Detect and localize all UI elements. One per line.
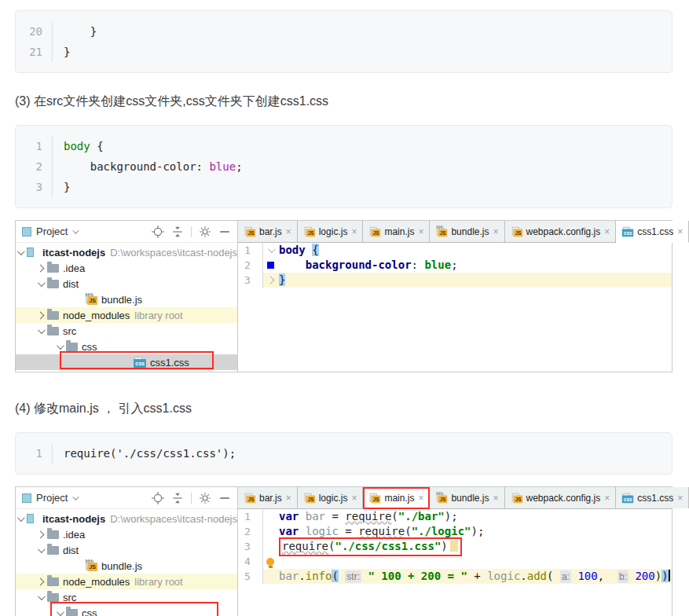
js101-file-icon: 101JS [85, 294, 97, 305]
project-panel-title[interactable]: Project [36, 492, 68, 504]
editor-line-number: 3 [238, 539, 263, 554]
editor-tab-main.js[interactable]: JSmain.js× [363, 487, 430, 509]
tab-label: css1.css [637, 226, 673, 237]
chevron-down-icon[interactable] [73, 493, 79, 500]
collapse-all-icon[interactable] [171, 226, 184, 238]
fold-icon[interactable] [266, 277, 274, 284]
tree-item-css1.css[interactable]: csscss1.css [16, 354, 237, 370]
tree-item-label: dist [63, 278, 79, 290]
editor-tab-css1.css[interactable]: csscss1.css× [616, 487, 689, 508]
project-panel-icon [22, 227, 31, 236]
editor-tab-bundle.js[interactable]: 101JSbundle.js× [430, 221, 504, 242]
chevron-down-icon[interactable] [57, 608, 64, 616]
chevron-right-icon[interactable] [37, 530, 45, 538]
code-text: body { [52, 136, 672, 156]
close-icon[interactable]: × [418, 227, 423, 236]
close-icon[interactable]: × [493, 227, 498, 236]
js-file-icon: JS [369, 226, 380, 236]
intention-bulb-icon[interactable] [266, 558, 274, 566]
gear-icon[interactable] [199, 492, 211, 504]
code-text: } [52, 177, 672, 197]
tree-item-src[interactable]: src [16, 323, 237, 339]
editor-line-number: 2 [238, 258, 263, 273]
toolbar-divider [191, 226, 192, 237]
editor-tab-main.js[interactable]: JSmain.js× [363, 221, 430, 242]
line-number: 21 [16, 42, 52, 62]
close-icon[interactable]: × [351, 227, 357, 236]
ide-screenshot-mainjs-open: Project itcast-nodejsD:\workspaces\itcas… [15, 486, 673, 616]
tree-item-node_modules[interactable]: node_moduleslibrary root [16, 574, 237, 589]
tree-item-node_modules[interactable]: node_moduleslibrary root [16, 307, 237, 323]
chevron-down-icon[interactable] [17, 248, 25, 255]
js101-file-icon: 101JS [436, 226, 447, 236]
code-line: 3} [16, 177, 672, 197]
close-icon[interactable]: × [604, 227, 610, 236]
tab-label: logic.js [319, 493, 348, 504]
tree-item-itcast-nodejs[interactable]: itcast-nodejsD:\workspaces\itcast-nodejs [16, 511, 237, 526]
editor-tab-logic.js[interactable]: JSlogic.js× [298, 221, 364, 242]
hide-panel-icon[interactable] [218, 226, 231, 238]
tree-item-dist[interactable]: dist [16, 542, 237, 558]
hide-panel-icon[interactable] [218, 492, 231, 504]
project-panel-title[interactable]: Project [36, 226, 68, 237]
tree-item-label: node_modules [63, 310, 130, 321]
tree-item-dist[interactable]: dist [16, 276, 237, 292]
tree-item-.idea[interactable]: .idea [16, 260, 237, 276]
tree-item-label: .idea [63, 529, 85, 541]
locate-icon[interactable] [152, 226, 164, 238]
code-editor[interactable]: 1body {2 background-color: blue;3} [238, 243, 672, 372]
tree-item-css[interactable]: css [16, 339, 237, 354]
locate-icon[interactable] [152, 492, 164, 504]
doc-code-block-css1: 1body {2 background-color: blue;3} [15, 125, 673, 208]
js-file-icon: JS [304, 493, 315, 503]
editor-line: 2 background-color: blue; [238, 258, 672, 273]
chevron-down-icon[interactable] [38, 279, 46, 287]
editor-area: JSbar.js×JSlogic.js×JSmain.js×101JSbundl… [238, 487, 672, 616]
editor-tab-bar.js[interactable]: JSbar.js× [238, 487, 298, 508]
folder-icon [66, 609, 78, 616]
folder-icon [47, 578, 59, 586]
tree-item-css[interactable]: css [16, 605, 237, 616]
tree-item-bundle.js[interactable]: 101JSbundle.js [16, 292, 237, 307]
code-line: 21} [16, 42, 672, 62]
collapse-all-icon[interactable] [171, 492, 184, 504]
chevron-right-icon[interactable] [37, 578, 45, 585]
chevron-down-icon[interactable] [17, 514, 25, 522]
close-icon[interactable]: × [286, 227, 291, 236]
close-icon[interactable]: × [286, 493, 291, 503]
close-icon[interactable]: × [677, 227, 683, 236]
chevron-right-icon[interactable] [37, 264, 45, 272]
tree-item-.idea[interactable]: .idea [16, 526, 237, 542]
chevron-down-icon[interactable] [38, 592, 46, 600]
gear-icon[interactable] [199, 226, 211, 238]
js-file-icon: JS [304, 226, 315, 236]
close-icon[interactable]: × [604, 493, 610, 503]
editor-line-number: 5 [238, 569, 263, 584]
close-icon[interactable]: × [418, 493, 423, 503]
code-editor[interactable]: 1var bar = require("./bar");2var logic =… [238, 509, 672, 616]
chevron-down-icon[interactable] [38, 326, 46, 334]
editor-tab-css1.css[interactable]: csscss1.css× [616, 221, 689, 243]
tab-label: webpack.config.js [526, 493, 601, 504]
chevron-down-icon[interactable] [57, 342, 64, 350]
editor-tab-logic.js[interactable]: JSlogic.js× [298, 487, 364, 508]
chevron-down-icon[interactable] [38, 545, 46, 553]
chevron-down-icon[interactable] [73, 227, 79, 233]
ide-screenshot-css1-open: Project itcast-nodejsD:\workspaces\itcas… [15, 220, 673, 372]
editor-tab-bar.js[interactable]: JSbar.js× [238, 221, 298, 242]
editor-tab-webpack.config.js[interactable]: JSwebpack.config.js× [505, 221, 617, 242]
editor-tab-webpack.config.js[interactable]: JSwebpack.config.js× [505, 487, 617, 508]
close-icon[interactable]: × [677, 493, 683, 503]
tree-item-itcast-nodejs[interactable]: itcast-nodejsD:\workspaces\itcast-nodejs [16, 244, 237, 260]
project-panel: Project itcast-nodejsD:\workspaces\itcas… [16, 487, 238, 616]
fold-icon[interactable] [267, 245, 275, 253]
close-icon[interactable]: × [493, 493, 498, 503]
tab-label: webpack.config.js [526, 226, 601, 237]
tree-item-bundle.js[interactable]: 101JSbundle.js [16, 558, 237, 574]
code-text: } [52, 21, 672, 42]
code-text: background-color: blue; [52, 156, 672, 177]
chevron-right-icon[interactable] [37, 311, 45, 319]
tree-item-src[interactable]: src [16, 589, 237, 605]
close-icon[interactable]: × [351, 493, 357, 503]
editor-tab-bundle.js[interactable]: 101JSbundle.js× [430, 487, 504, 508]
